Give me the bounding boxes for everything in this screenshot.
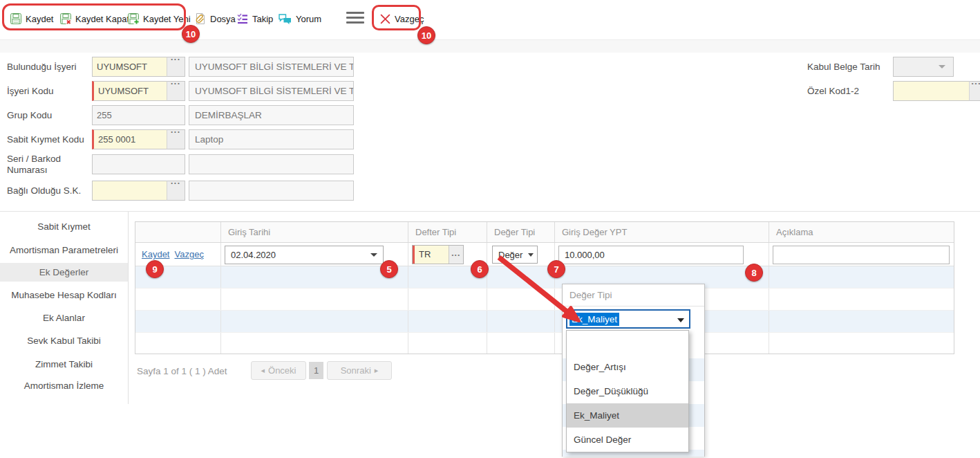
next-arrow-icon: ▸ bbox=[375, 366, 379, 375]
field-label-seri-barkod: Seri / Barkod Numarası bbox=[7, 151, 83, 178]
row-cancel-link[interactable]: Vazgeç bbox=[174, 249, 203, 259]
menu-icon[interactable] bbox=[346, 12, 364, 24]
giris-tarihi-datepicker[interactable]: 02.04.2020 bbox=[225, 246, 384, 264]
sidebar-item-zimmet-takibi[interactable]: Zimmet Takibi bbox=[0, 356, 128, 374]
cancel-button-label: Vazgeç bbox=[395, 14, 424, 24]
ek-degerler-grid: Giriş Tarihi Defter Tipi Değer Tipi Giri… bbox=[135, 221, 954, 354]
follow-up-label: Takip bbox=[252, 14, 273, 24]
bulundugu-isyeri-description[interactable]: UYUMSOFT BİLGİ SİSTEMLERİ VE TEKNO bbox=[189, 57, 354, 77]
isyeri-kodu-lookup-button[interactable] bbox=[167, 81, 185, 101]
sabit-kiymet-kodu-lookup-button[interactable] bbox=[167, 129, 185, 149]
follow-up-button[interactable]: Takip bbox=[236, 9, 273, 28]
attachment-icon bbox=[194, 12, 207, 25]
deger-tipi-caret-icon bbox=[528, 253, 534, 257]
field-label-bagli-oldugu-sk: Bağlı Olduğu S.K. bbox=[7, 181, 88, 201]
defter-tipi-lookup-button[interactable]: ••• bbox=[449, 246, 463, 264]
field-label-bulundugu-isyeri: Bulunduğu İşyeri bbox=[7, 57, 88, 77]
bulundugu-isyeri-lookup-button[interactable] bbox=[167, 57, 185, 77]
option-deger-artisi[interactable]: Değer_Artışı bbox=[567, 355, 688, 379]
bagli-oldugu-sk-input[interactable] bbox=[92, 181, 167, 201]
sidebar-item-sabit-kiymet[interactable]: Sabit Kıymet bbox=[0, 218, 128, 236]
popup-deger-tipi-combobox[interactable]: Ek_Maliyet bbox=[566, 309, 690, 329]
column-header-giris-tarihi: Giriş Tarihi bbox=[221, 222, 408, 242]
sabit-kiymet-kodu-input[interactable]: 255 0001 bbox=[92, 129, 167, 149]
sidebar-divider bbox=[128, 212, 129, 404]
pagination-prev-button[interactable]: ◂ Önceki bbox=[251, 361, 306, 380]
grid-empty-row bbox=[135, 266, 954, 288]
sidebar-item-amortisman-izleme[interactable]: Amortisman İzleme bbox=[0, 377, 128, 395]
grid-empty-row bbox=[135, 333, 954, 354]
isyeri-kodu-input[interactable]: UYUMSOFT bbox=[92, 81, 167, 101]
grid-empty-row bbox=[135, 311, 954, 333]
row-save-link[interactable]: Kaydet bbox=[142, 249, 169, 259]
field-label-sabit-kiymet-kodu: Sabit Kıymet Kodu bbox=[7, 129, 88, 149]
field-label-grup-kodu: Grup Kodu bbox=[7, 105, 88, 125]
defter-tipi-input[interactable]: TR bbox=[413, 246, 449, 264]
popup-options-list: Değer_Artışı Değer_Düşüklüğü Ek_Maliyet … bbox=[566, 330, 689, 452]
popup-combobox-caret-icon bbox=[677, 318, 684, 322]
field-label-isyeri-kodu: İşyeri Kodu bbox=[7, 81, 88, 101]
save-close-button[interactable]: Kaydet Kapat bbox=[59, 9, 129, 28]
pagination-current-page[interactable]: 1 bbox=[309, 362, 323, 379]
save-icon bbox=[10, 12, 22, 25]
toolbar-divider bbox=[0, 39, 980, 53]
giris-tarihi-caret-icon bbox=[370, 253, 377, 257]
pagination-summary: Sayfa 1 of 1 ( 1 ) Adet bbox=[137, 366, 227, 376]
column-header-defter-tipi: Defter Tipi bbox=[408, 222, 487, 242]
bulundugu-isyeri-input[interactable]: UYUMSOFT bbox=[92, 57, 167, 77]
field-label-ozel-kod: Özel Kod1-2 bbox=[807, 81, 890, 101]
sabit-kiymet-kodu-description[interactable]: Laptop bbox=[189, 129, 354, 149]
grup-kodu-input[interactable]: 255 bbox=[92, 105, 185, 125]
fixed-asset-window: Kaydet Kaydet Kapat Kaydet Yeni Dosya Ta… bbox=[0, 0, 980, 458]
save-button-label: Kaydet bbox=[26, 14, 53, 24]
tasklist-icon bbox=[236, 12, 249, 25]
prev-arrow-icon: ◂ bbox=[261, 366, 265, 375]
file-attachment-button[interactable]: Dosya bbox=[194, 9, 236, 28]
kabul-belge-tarih-caret-icon bbox=[939, 65, 945, 68]
pagination-prev-label: Önceki bbox=[268, 365, 296, 376]
sidebar-item-sevk-kabul-takibi[interactable]: Sevk Kabul Takibi bbox=[0, 332, 128, 350]
seri-barkod-input[interactable] bbox=[92, 154, 185, 174]
cancel-button[interactable]: Vazgeç bbox=[379, 9, 424, 28]
comment-icon bbox=[278, 12, 292, 25]
save-button[interactable]: Kaydet bbox=[10, 9, 53, 28]
deger-tipi-popup: Değer Tipi Ek_Maliyet Değer_Artışı Değer… bbox=[562, 284, 705, 457]
column-header-deger-tipi: Değer Tipi bbox=[487, 222, 555, 242]
bagli-oldugu-sk-description[interactable] bbox=[189, 181, 354, 201]
sidebar-item-amortisman-parametreleri[interactable]: Amortisman Parametreleri bbox=[0, 241, 128, 259]
section-divider bbox=[0, 211, 980, 212]
cancel-icon bbox=[379, 13, 391, 25]
column-header-actions bbox=[135, 222, 221, 242]
comment-label: Yorum bbox=[296, 14, 321, 24]
option-guncel-deger[interactable]: Güncel Değer bbox=[567, 428, 688, 452]
sidebar-item-ek-alanlar[interactable]: Ek Alanlar bbox=[0, 309, 128, 327]
sidebar-item-muhasebe-hesap-kodlari[interactable]: Muhasebe Hesap Kodları bbox=[0, 286, 128, 304]
option-empty[interactable] bbox=[567, 331, 688, 355]
pagination-next-button[interactable]: Sonraki ▸ bbox=[327, 361, 392, 380]
save-close-button-label: Kaydet Kapat bbox=[75, 14, 129, 24]
ozel-kod-lookup-button[interactable] bbox=[969, 81, 980, 101]
column-header-aciklama: Açıklama bbox=[769, 222, 954, 242]
aciklama-input[interactable] bbox=[773, 246, 950, 264]
option-deger-dusuklugu[interactable]: Değer_Düşüklüğü bbox=[567, 379, 688, 403]
grid-edit-row: Kaydet Vazgeç 02.04.2020 TR ••• Değer 10… bbox=[135, 243, 954, 266]
field-label-kabul-belge-tarih: Kabul Belge Tarih bbox=[807, 57, 890, 77]
grid-empty-row bbox=[135, 288, 954, 311]
ozel-kod-input[interactable] bbox=[893, 81, 970, 101]
grup-kodu-description[interactable]: DEMİRBAŞLAR bbox=[189, 105, 354, 125]
file-attachment-label: Dosya bbox=[210, 14, 236, 24]
save-new-icon bbox=[127, 12, 140, 25]
column-header-giris-deger-ypt: Giriş Değer YPT bbox=[555, 222, 769, 242]
isyeri-kodu-description[interactable]: UYUMSOFT BİLGİ SİSTEMLERİ VE TEKNO bbox=[189, 81, 354, 101]
pagination-next-label: Sonraki bbox=[341, 365, 371, 376]
sidebar-item-ek-degerler[interactable]: Ek Değerler bbox=[0, 263, 128, 282]
popup-title: Değer Tipi bbox=[563, 284, 704, 306]
option-ek-maliyet[interactable]: Ek_Maliyet bbox=[567, 403, 688, 428]
save-new-button-label: Kaydet Yeni bbox=[143, 14, 191, 24]
seri-barkod-description[interactable] bbox=[189, 154, 354, 174]
save-new-button[interactable]: Kaydet Yeni bbox=[127, 9, 191, 28]
comment-button[interactable]: Yorum bbox=[278, 9, 321, 28]
bagli-oldugu-sk-lookup-button[interactable] bbox=[167, 181, 185, 201]
giris-deger-ypt-input[interactable]: 10.000,00 bbox=[558, 246, 744, 264]
grid-header-row: Giriş Tarihi Defter Tipi Değer Tipi Giri… bbox=[135, 222, 954, 243]
